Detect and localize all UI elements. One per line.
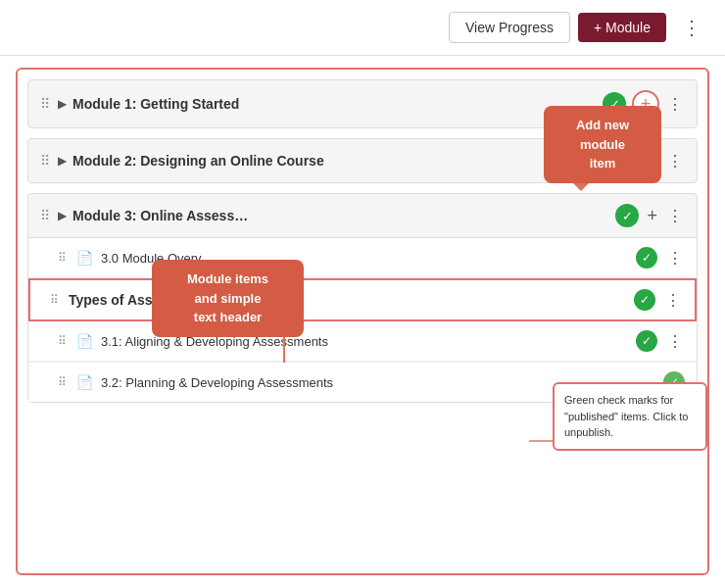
- main-content: ⠿ ▶ Module 1: Getting Started ✓ + ⋮ ⠿ ▶ …: [0, 56, 725, 587]
- expand-arrow-2[interactable]: ▶: [58, 154, 67, 168]
- module-1-actions: ✓ + ⋮: [603, 90, 685, 118]
- item-kebab-button[interactable]: ⋮: [665, 249, 685, 268]
- module-3-kebab-button[interactable]: ⋮: [665, 207, 685, 225]
- item-title: 3.1: Aligning & Developing Assessments: [101, 334, 628, 349]
- modules-container: ⠿ ▶ Module 1: Getting Started ✓ + ⋮ ⠿ ▶ …: [16, 68, 709, 575]
- add-module-button[interactable]: + Module: [578, 13, 666, 42]
- module-1-kebab-button[interactable]: ⋮: [665, 95, 685, 114]
- item-title: 3.0 Module Overv…: [101, 251, 628, 266]
- list-item: ⠿ Types of Assessments ✓ ⋮: [28, 278, 697, 321]
- item-publish-check[interactable]: ✓: [634, 289, 655, 311]
- expand-arrow-1[interactable]: ▶: [58, 97, 67, 111]
- item-drag-handle[interactable]: ⠿: [50, 293, 59, 307]
- view-progress-button[interactable]: View Progress: [449, 12, 570, 43]
- file-icon: 📄: [76, 374, 93, 390]
- module-1-add-item-button[interactable]: +: [632, 90, 659, 118]
- module-3-title: Module 3: Online Assess…: [72, 208, 609, 223]
- green-check-tooltip: Green check marks for "published" items.…: [553, 382, 707, 451]
- module-1-publish-check[interactable]: ✓: [603, 92, 626, 116]
- item-drag-handle[interactable]: ⠿: [58, 251, 67, 265]
- module-card-1: ⠿ ▶ Module 1: Getting Started ✓ + ⋮: [27, 79, 698, 128]
- drag-handle-3[interactable]: ⠿: [40, 208, 50, 223]
- module-3-header: ⠿ ▶ Module 3: Online Assess… ✓ + ⋮: [28, 194, 697, 237]
- module-2-add-item-button[interactable]: +: [645, 151, 659, 172]
- item-publish-check[interactable]: ✓: [636, 247, 657, 269]
- item-drag-handle[interactable]: ⠿: [58, 334, 67, 348]
- module-3-items: ⠿ 📄 3.0 Module Overv… ✓ ⋮ ⠿ Types of Ass…: [28, 237, 697, 402]
- module-1-title: Module 1: Getting Started: [72, 96, 597, 112]
- toolbar: View Progress + Module ⋮: [0, 0, 725, 56]
- drag-handle-1[interactable]: ⠿: [40, 96, 50, 112]
- module-1-header: ⠿ ▶ Module 1: Getting Started ✓ + ⋮: [28, 80, 697, 127]
- module-card-3: ⠿ ▶ Module 3: Online Assess… ✓ + ⋮ ⠿ 📄 3…: [27, 193, 698, 403]
- item-kebab-button[interactable]: ⋮: [665, 332, 685, 351]
- item-kebab-button[interactable]: ⋮: [663, 291, 683, 310]
- toolbar-kebab-button[interactable]: ⋮: [674, 12, 709, 43]
- list-item: ⠿ 📄 3.0 Module Overv… ✓ ⋮: [28, 238, 697, 278]
- expand-arrow-3[interactable]: ▶: [58, 209, 67, 222]
- module-3-publish-check[interactable]: ✓: [615, 204, 639, 227]
- module-2-kebab-button[interactable]: ⋮: [665, 152, 685, 171]
- module-2-header: ⠿ ▶ Module 2: Designing an Online Course…: [28, 139, 697, 182]
- module-2-actions: ✓ + ⋮: [615, 149, 685, 172]
- file-icon: 📄: [76, 250, 93, 266]
- item-publish-check[interactable]: ✓: [636, 330, 657, 352]
- module-3-add-item-button[interactable]: +: [645, 206, 659, 226]
- types-of-assessments-title: Types of Assessments: [69, 292, 626, 308]
- module-2-publish-check[interactable]: ✓: [615, 149, 639, 172]
- list-item: ⠿ 📄 3.1: Aligning & Developing Assessmen…: [28, 321, 697, 362]
- module-2-title: Module 2: Designing an Online Course: [72, 153, 609, 169]
- item-drag-handle[interactable]: ⠿: [58, 375, 67, 389]
- module-3-actions: ✓ + ⋮: [615, 204, 685, 227]
- file-icon: 📄: [76, 333, 93, 349]
- drag-handle-2[interactable]: ⠿: [40, 153, 50, 169]
- module-card-2: ⠿ ▶ Module 2: Designing an Online Course…: [27, 138, 698, 183]
